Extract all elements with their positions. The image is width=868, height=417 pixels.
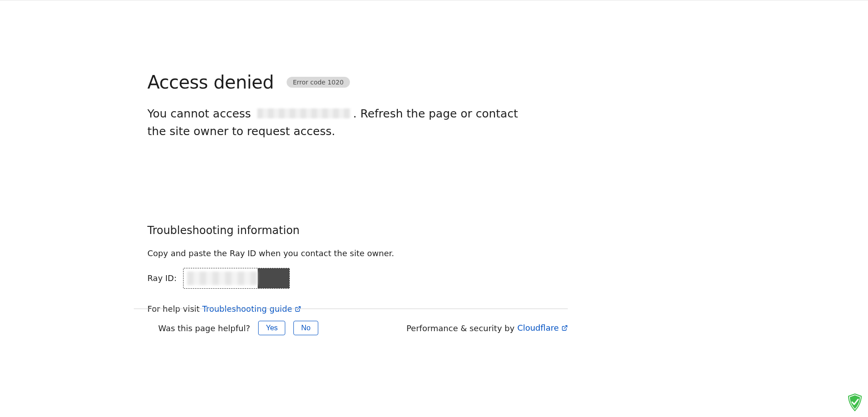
feedback-row: Was this page helpful? Yes No <box>158 321 318 335</box>
troubleshoot-copy-text: Copy and paste the Ray ID when you conta… <box>147 248 581 258</box>
shield-icon <box>847 394 863 412</box>
external-link-icon <box>561 323 568 333</box>
error-code-badge: Error code 1020 <box>287 77 350 88</box>
footer: Was this page helpful? Yes No Performanc… <box>134 309 568 335</box>
redacted-domain <box>257 108 350 118</box>
cloudflare-link-text: Cloudflare <box>517 323 559 333</box>
desc-before: You cannot access <box>147 107 251 120</box>
feedback-question: Was this page helpful? <box>158 323 250 333</box>
feedback-yes-button[interactable]: Yes <box>258 321 285 335</box>
cloudflare-link[interactable]: Cloudflare <box>517 323 568 333</box>
ray-id-copy-button[interactable] <box>258 268 289 288</box>
feedback-no-button[interactable]: No <box>293 321 318 335</box>
ray-id-label: Ray ID: <box>147 273 177 283</box>
svg-line-1 <box>564 326 567 328</box>
security-prefix: Performance & security by <box>406 323 514 333</box>
page-title: Access denied <box>147 72 274 93</box>
security-credit: Performance & security by Cloudflare <box>406 323 568 333</box>
troubleshoot-heading: Troubleshooting information <box>147 224 581 237</box>
ray-id-redacted <box>187 272 258 285</box>
error-description: You cannot access . Refresh the page or … <box>147 105 536 141</box>
ray-id-box[interactable] <box>183 268 290 289</box>
